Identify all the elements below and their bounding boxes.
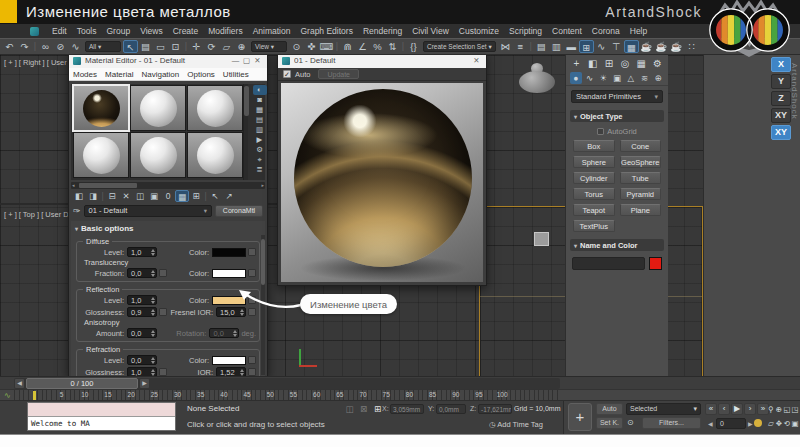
- redo-icon[interactable]: ↷: [17, 40, 32, 53]
- axis-x-button[interactable]: X: [771, 57, 791, 72]
- filters-button[interactable]: Filters...: [642, 417, 701, 429]
- object-type-rollout[interactable]: Object Type: [570, 110, 664, 122]
- frame-back-arrow[interactable]: ◀: [15, 379, 24, 388]
- show-map-in-viewport-icon[interactable]: ▦: [175, 190, 189, 202]
- unlink-selection-icon[interactable]: ⊘: [53, 40, 68, 53]
- zoom-extents-icon[interactable]: ◱: [783, 403, 791, 416]
- orbit-icon[interactable]: ⟲: [783, 417, 791, 430]
- glossiness-map-button[interactable]: [159, 308, 167, 316]
- current-frame-marker[interactable]: [33, 391, 36, 400]
- display-tab-icon[interactable]: ▦: [634, 58, 649, 69]
- menu-item[interactable]: Corona: [587, 26, 625, 36]
- material-slot[interactable]: [130, 132, 186, 178]
- geometry-category-icon[interactable]: ●: [570, 72, 582, 84]
- menu-item[interactable]: Civil View: [407, 26, 454, 36]
- refraction-color-swatch[interactable]: [212, 356, 246, 365]
- play-button[interactable]: ▶: [731, 403, 743, 415]
- undo-icon[interactable]: ↶: [2, 40, 17, 53]
- options-icon[interactable]: ⚙: [253, 145, 267, 155]
- align-icon[interactable]: ≡: [513, 40, 528, 53]
- select-and-manipulate-icon[interactable]: ✜: [304, 40, 319, 53]
- translucency-color-swatch[interactable]: [212, 269, 246, 278]
- maxscript-listener-line[interactable]: Welcome to MA: [28, 417, 175, 430]
- select-and-scale-icon[interactable]: ▱: [219, 40, 234, 53]
- get-material-icon[interactable]: ◧: [72, 190, 86, 202]
- material-slot-gold[interactable]: [73, 85, 129, 131]
- menu-item[interactable]: Help: [625, 26, 652, 36]
- motion-tab-icon[interactable]: ◎: [618, 58, 633, 69]
- zoom-icon[interactable]: ⚲: [767, 403, 775, 416]
- auto-checkbox[interactable]: ✓: [283, 70, 291, 78]
- minimize-icon[interactable]: —: [230, 56, 241, 65]
- name-color-rollout[interactable]: Name and Color: [570, 239, 664, 251]
- select-and-place-icon[interactable]: ⊕: [234, 40, 249, 53]
- systems-category-icon[interactable]: ⊕: [652, 72, 664, 84]
- me-menu-item[interactable]: Options: [187, 70, 215, 79]
- create-tab-icon[interactable]: +: [569, 58, 584, 69]
- material-slot[interactable]: [73, 132, 129, 178]
- bind-to-spacewarp-icon[interactable]: ∿: [68, 40, 83, 53]
- fraction-spinner[interactable]: 0,0: [127, 268, 157, 278]
- object-type-button[interactable]: Cone: [620, 140, 662, 152]
- zoom-all-icon[interactable]: ⊕: [775, 403, 783, 416]
- axis-xy-button[interactable]: XY: [771, 108, 791, 123]
- material-slot[interactable]: [187, 85, 243, 131]
- key-filter-icon[interactable]: ⊙: [627, 418, 634, 427]
- window-crossing-icon[interactable]: ⊡: [168, 40, 183, 53]
- rect-selection-region-icon[interactable]: ▭: [153, 40, 168, 53]
- material-slot[interactable]: [130, 85, 186, 131]
- maximize-icon[interactable]: ▢: [241, 56, 252, 65]
- hierarchy-tab-icon[interactable]: ⊞: [601, 58, 616, 69]
- shapes-category-icon[interactable]: ∿: [584, 72, 596, 84]
- scene-explorer-icon[interactable]: ▥: [549, 40, 564, 53]
- scroll-right-icon[interactable]: ▸: [261, 183, 264, 188]
- next-frame-button[interactable]: ›: [744, 403, 756, 415]
- ior-spinner[interactable]: 1,52: [216, 367, 246, 376]
- snaps-toggle-icon[interactable]: ⋒: [340, 40, 355, 53]
- render-window-titlebar[interactable]: 01 - Default ✕: [278, 55, 486, 68]
- sample-type-icon[interactable]: ◐: [253, 85, 267, 95]
- object-type-button[interactable]: TextPlus: [573, 220, 615, 232]
- backlight-icon[interactable]: ◙: [253, 95, 267, 105]
- selection-set-dropdown[interactable]: Selected ▾: [626, 403, 701, 415]
- put-to-scene-icon[interactable]: ◨: [86, 190, 100, 202]
- render-setup-icon[interactable]: ▦: [624, 40, 639, 53]
- menu-item[interactable]: Edit: [47, 26, 72, 36]
- anisotropy-amount-spinner[interactable]: 0,0: [127, 328, 157, 338]
- frame-step-forward-icon[interactable]: ▶: [748, 420, 753, 427]
- object-type-button[interactable]: Plane: [620, 204, 662, 216]
- menu-item[interactable]: Tools: [72, 26, 102, 36]
- me-menu-item[interactable]: Utilities: [223, 70, 249, 79]
- rotation-spinner[interactable]: 0,0: [209, 328, 239, 338]
- maxscript-macro-line[interactable]: [28, 403, 175, 417]
- fov-icon[interactable]: ▱: [767, 417, 775, 430]
- spinner-snap-icon[interactable]: ⇅: [385, 40, 400, 53]
- modify-tab-icon[interactable]: ◧: [585, 58, 600, 69]
- material-slot[interactable]: [187, 132, 243, 178]
- utilities-tab-icon[interactable]: ⚙: [650, 58, 665, 69]
- glossiness-spinner[interactable]: 0,9: [127, 307, 157, 317]
- pan-icon[interactable]: ✥: [775, 417, 783, 430]
- select-and-rotate-icon[interactable]: ⟳: [204, 40, 219, 53]
- select-by-material-icon[interactable]: ⌖: [253, 155, 267, 165]
- lights-category-icon[interactable]: ☀: [597, 72, 609, 84]
- current-frame-field[interactable]: 0: [716, 418, 746, 429]
- eyedropper-icon[interactable]: ✑: [73, 206, 81, 216]
- schematic-view-icon[interactable]: ∿: [594, 40, 609, 53]
- helpers-category-icon[interactable]: △: [625, 72, 637, 84]
- material-name-dropdown[interactable]: 01 - Default ▾: [84, 205, 212, 217]
- axis-y-button[interactable]: Y: [771, 74, 791, 89]
- object-type-button[interactable]: Box: [573, 140, 615, 152]
- key-mode-toggle-icon[interactable]: [754, 419, 762, 427]
- use-pivot-center-icon[interactable]: ⊙: [289, 40, 304, 53]
- mini-curve-editor-icon[interactable]: ∿: [4, 391, 11, 400]
- time-slider-handle[interactable]: 0 / 100: [26, 378, 138, 389]
- go-to-parent-icon[interactable]: ↖: [208, 190, 222, 202]
- edit-named-selections-icon[interactable]: {}: [406, 40, 421, 53]
- background-icon[interactable]: ▦: [253, 105, 267, 115]
- material-editor-titlebar[interactable]: Material Editor - 01 - Default —▢✕: [69, 55, 267, 68]
- object-type-button[interactable]: Tube: [620, 172, 662, 184]
- refraction-level-spinner[interactable]: 0,0: [127, 355, 157, 365]
- go-to-start-button[interactable]: «: [705, 403, 717, 415]
- keyboard-override-icon[interactable]: ⌨: [319, 40, 334, 53]
